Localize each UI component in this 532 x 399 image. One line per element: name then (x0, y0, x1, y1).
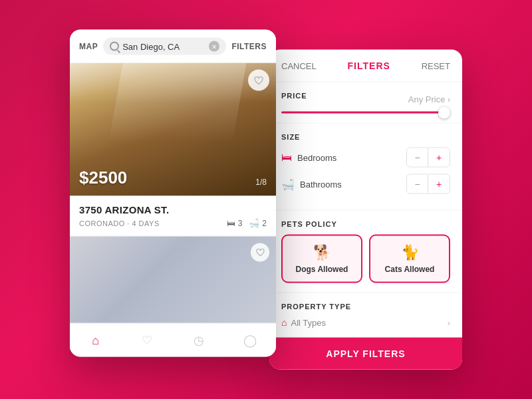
bed-icon: 🛏 (227, 218, 235, 228)
cancel-button[interactable]: CANCEL (281, 61, 317, 70)
bathrooms-row: 🛁 Bathrooms − + (281, 174, 450, 194)
price-label: PRICE (281, 92, 307, 100)
property-info: 3750 ARIZONA ST. CORONADO · 4 DAYS 🛏 3 🛁… (70, 196, 276, 237)
any-price-value[interactable]: Any Price › (408, 94, 450, 104)
bath-icon: 🛁 (249, 218, 259, 228)
bedrooms-stepper[interactable]: − + (406, 148, 450, 168)
filters-label[interactable]: FILTERS (231, 42, 267, 51)
bathrooms-label: Bathrooms (300, 179, 342, 189)
bathrooms-count: 2 (262, 218, 267, 227)
price-slider-thumb[interactable] (438, 106, 450, 118)
bedrooms-meta: 🛏 3 (227, 218, 243, 228)
price-chevron-icon: › (448, 94, 450, 104)
second-property-image[interactable] (70, 237, 276, 323)
apply-filters-button[interactable]: APPLY FILTERS (269, 338, 462, 370)
pets-label: PETS POLICY (281, 220, 450, 228)
bathrooms-increase-button[interactable]: + (428, 175, 450, 194)
dog-icon: 🐕 (313, 244, 331, 261)
search-icon (110, 42, 119, 51)
property-image: $2500 1/8 (70, 63, 276, 196)
property-meta: 🛏 3 🛁 2 (227, 218, 267, 228)
bedrooms-row: 🛏 Bedrooms − + (281, 148, 450, 168)
bed-filter-icon: 🛏 (281, 152, 292, 164)
filters-title: FILTERS (348, 61, 390, 71)
filters-panel: CANCEL FILTERS RESET PRICE Any Price › S… (269, 50, 462, 370)
property-type-section: PROPERTY TYPE ⌂ All Types › (269, 293, 462, 338)
property-type-icon: ⌂ (281, 317, 287, 328)
bathrooms-stepper[interactable]: − + (406, 174, 450, 194)
bedrooms-decrease-button[interactable]: − (407, 148, 428, 167)
nav-history[interactable]: ◷ (173, 331, 225, 350)
search-value: San Diego, CA (122, 41, 180, 51)
pets-options: 🐕 Dogs Allowed 🐈 Cats Allowed (281, 235, 450, 283)
bedrooms-increase-button[interactable]: + (428, 148, 450, 167)
favorite-button[interactable] (248, 70, 269, 91)
price-section: PRICE Any Price › (269, 82, 462, 124)
cats-allowed-option[interactable]: 🐈 Cats Allowed (369, 235, 450, 283)
property-list-card: MAP San Diego, CA ✕ FILTERS $2500 1/8 37… (70, 30, 276, 357)
bedrooms-label: Bedrooms (297, 152, 336, 162)
person-icon: ◯ (243, 333, 257, 348)
property-type-label: PROPERTY TYPE (281, 303, 450, 311)
dogs-allowed-option[interactable]: 🐕 Dogs Allowed (281, 235, 362, 283)
clock-icon: ◷ (194, 333, 204, 348)
bath-filter-icon: 🛁 (281, 178, 295, 190)
heart-nav-icon: ♡ (142, 333, 152, 348)
clear-search-icon[interactable]: ✕ (209, 41, 219, 52)
image-counter: 1/8 (255, 178, 267, 187)
pets-section: PETS POLICY 🐕 Dogs Allowed 🐈 Cats Allowe… (269, 211, 462, 293)
map-label[interactable]: MAP (79, 42, 98, 51)
bedrooms-count: 3 (238, 218, 243, 227)
property-type-row[interactable]: ⌂ All Types › (281, 317, 450, 328)
nav-home[interactable]: ⌂ (70, 331, 122, 350)
property-type-chevron-icon: › (448, 317, 450, 327)
size-section: SIZE 🛏 Bedrooms − + 🛁 Bathrooms − (269, 124, 462, 211)
bottom-nav: ⌂ ♡ ◷ ◯ (70, 323, 276, 357)
cat-icon: 🐈 (401, 244, 419, 261)
reset-button[interactable]: RESET (422, 61, 450, 70)
nav-profile[interactable]: ◯ (225, 331, 277, 350)
bathrooms-meta: 🛁 2 (249, 218, 267, 228)
search-bar: MAP San Diego, CA ✕ FILTERS (70, 30, 276, 63)
home-icon: ⌂ (92, 333, 99, 347)
price-slider-track[interactable] (281, 112, 450, 114)
favorite-button-2[interactable] (251, 243, 269, 262)
search-input-wrap[interactable]: San Diego, CA ✕ (103, 38, 226, 55)
bathrooms-decrease-button[interactable]: − (407, 175, 428, 194)
all-types-value: All Types (291, 317, 326, 327)
dogs-label: Dogs Allowed (296, 265, 348, 274)
nav-favorites[interactable]: ♡ (122, 331, 174, 350)
property-location: CORONADO · 4 DAYS (79, 219, 160, 227)
property-address: 3750 ARIZONA ST. (79, 204, 267, 215)
filters-header: CANCEL FILTERS RESET (269, 50, 462, 82)
price-tag: $2500 (79, 168, 127, 188)
size-label: SIZE (281, 133, 450, 141)
cats-label: Cats Allowed (385, 265, 435, 274)
